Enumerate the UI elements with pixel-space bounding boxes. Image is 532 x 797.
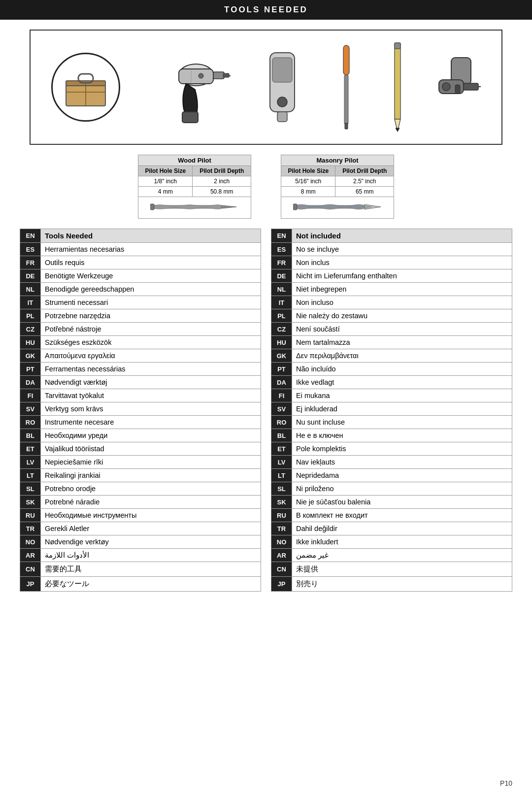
- table-row: RUВ комплект не входит: [271, 509, 512, 522]
- table-row: JP別売り: [271, 577, 512, 592]
- translation-text: Potřebné nástroje: [41, 323, 261, 336]
- masonry-cell-1-1: 65 mm: [335, 187, 394, 197]
- lang-code: AR: [20, 549, 41, 562]
- lang-code: CN: [271, 562, 292, 577]
- table-row: NOIkke inkludert: [271, 535, 512, 549]
- table-row: SVVerktyg som krävs: [20, 402, 261, 416]
- angle-drill-icon: [436, 55, 481, 119]
- translation-text: Необходимые инструменты: [41, 509, 261, 522]
- translation-text: Ei mukana: [292, 389, 512, 402]
- masonry-cell-0-1: 2.5" inch: [335, 176, 394, 187]
- translation-text: Ferramentas necessárias: [41, 363, 261, 376]
- table-row: HUNem tartalmazza: [271, 336, 512, 349]
- lang-code: RO: [20, 416, 41, 429]
- table-row: NLBenodigde gereedschappen: [20, 283, 261, 296]
- lang-code: CZ: [20, 323, 41, 336]
- table-row: FIEi mukana: [271, 389, 512, 402]
- svg-rect-16: [277, 112, 287, 122]
- lang-code: NO: [271, 535, 292, 549]
- wood-cell-1-0: 4 mm: [138, 187, 193, 197]
- translation-text: No se incluye: [292, 243, 512, 256]
- table-row: NLNiet inbegrepen: [271, 283, 512, 296]
- table-row: ARالأدوات اللازمة: [20, 549, 261, 562]
- svg-rect-23: [395, 43, 400, 49]
- translation-text: Not included: [292, 229, 512, 243]
- table-row: ESHerramientas necesarias: [20, 243, 261, 256]
- translation-text: Pole komplektis: [292, 442, 512, 456]
- translation-text: 需要的工具: [41, 562, 261, 577]
- translation-text: Nav iekļauts: [292, 456, 512, 469]
- masonry-pilot-title: Masonry Pilot: [281, 155, 394, 166]
- table-row: FRNon inclus: [271, 256, 512, 269]
- table-row: ETPole komplektis: [271, 442, 512, 456]
- pencil-icon: [390, 40, 404, 134]
- table-row: NONødvendige verktøy: [20, 535, 261, 549]
- translation-text: Instrumente necesare: [41, 416, 261, 429]
- translation-text: Ni priloženo: [292, 482, 512, 496]
- table-row: RONu sunt incluse: [271, 416, 512, 429]
- lang-code: RU: [20, 509, 41, 522]
- table-row: CN未提供: [271, 562, 512, 577]
- masonry-cell-1-0: 8 mm: [281, 187, 335, 197]
- translation-text: Tarvittavat työkalut: [41, 389, 261, 402]
- svg-marker-31: [222, 205, 236, 208]
- translation-text: Nie należy do zestawu: [292, 309, 512, 323]
- table-row: DAIkke vedlagt: [271, 376, 512, 389]
- table-row: SKPotrebné náradie: [20, 496, 261, 509]
- screwdriver-icon: [333, 43, 358, 132]
- wood-cell-0-0: 1/8" inch: [138, 176, 193, 187]
- table-row: CZPotřebné nástroje: [20, 323, 261, 336]
- translation-section: ENTools NeededESHerramientas necesariasF…: [20, 229, 512, 592]
- translation-text: Dahil değildir: [292, 522, 512, 535]
- table-row: PTFerramentas necessárias: [20, 363, 261, 376]
- lang-code: DA: [271, 376, 292, 389]
- table-row: BLНе е в ключен: [271, 429, 512, 442]
- table-row: DENicht im Lieferumfang enthalten: [271, 269, 512, 283]
- wood-col1-header: Pilot Hole Size: [138, 166, 193, 176]
- svg-rect-10: [182, 112, 198, 123]
- header-title: TOOLS NEEDED: [224, 5, 308, 14]
- page-header: TOOLS NEEDED: [0, 0, 532, 20]
- lang-code: NL: [20, 283, 41, 296]
- svg-rect-19: [345, 123, 348, 129]
- translation-text: Niet inbegrepen: [292, 283, 512, 296]
- tools-needed-table: ENTools NeededESHerramientas necesariasF…: [20, 229, 261, 592]
- svg-rect-26: [464, 83, 478, 90]
- lang-code: FI: [271, 389, 292, 402]
- lang-code: FR: [271, 256, 292, 269]
- masonry-cell-0-0: 5/16" inch: [281, 176, 335, 187]
- lang-code: ET: [271, 442, 292, 456]
- translation-text: Potrebno orodje: [41, 482, 261, 496]
- table-row: BLНеобходими уреди: [20, 429, 261, 442]
- lang-code: SL: [271, 482, 292, 496]
- wood-cell-1-1: 50.8 mm: [193, 187, 251, 197]
- translation-text: Gerekli Aletler: [41, 522, 261, 535]
- masonry-drill-bit-svg: [293, 200, 382, 214]
- lang-code: NL: [271, 283, 292, 296]
- table-row: ENTools Needed: [20, 229, 261, 243]
- translation-text: Необходими уреди: [41, 429, 261, 442]
- translation-text: Herramientas necesarias: [41, 243, 261, 256]
- table-row: ROInstrumente necesare: [20, 416, 261, 429]
- translation-text: Nicht im Lieferumfang enthalten: [292, 269, 512, 283]
- lang-code: BL: [20, 429, 41, 442]
- lang-code: IT: [271, 296, 292, 309]
- lang-code: ES: [271, 243, 292, 256]
- translation-text: Reikalingi įrankiai: [41, 469, 261, 482]
- lang-code: DE: [271, 269, 292, 283]
- wood-pilot-table: Wood Pilot Pilot Hole Size Pilot Drill D…: [138, 155, 251, 219]
- table-row: FROutils requis: [20, 256, 261, 269]
- translation-text: Ikke inkludert: [292, 535, 512, 549]
- lang-code: LV: [20, 456, 41, 469]
- lang-code: RO: [271, 416, 292, 429]
- translation-text: Ej inkluderad: [292, 402, 512, 416]
- translation-text: Vajalikud tööriistad: [41, 442, 261, 456]
- lang-code: ES: [20, 243, 41, 256]
- table-row: ESNo se incluye: [271, 243, 512, 256]
- cordless-drill-icon: [152, 45, 231, 129]
- table-row: FITarvittavat työkalut: [20, 389, 261, 402]
- lang-code: HU: [20, 336, 41, 349]
- table-row: SLPotrebno orodje: [20, 482, 261, 496]
- table-row: ITStrumenti necessari: [20, 296, 261, 309]
- lang-code: AR: [271, 549, 292, 562]
